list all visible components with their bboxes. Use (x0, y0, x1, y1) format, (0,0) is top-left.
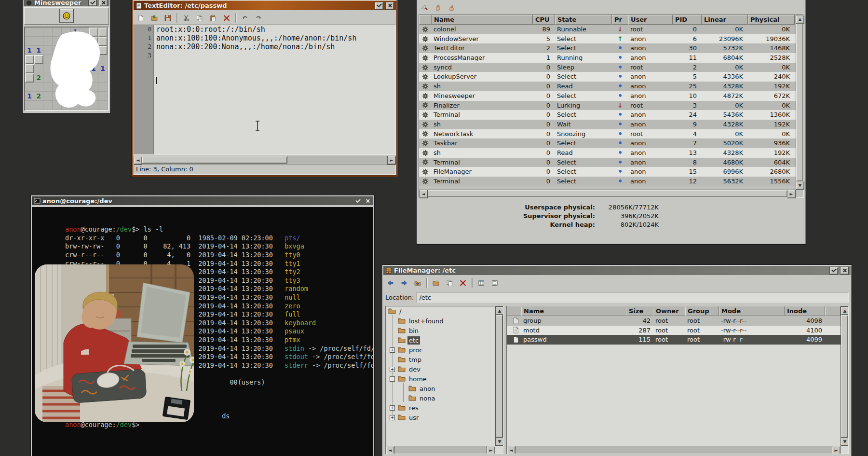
tree-item[interactable]: dev (386, 364, 495, 374)
delete-button[interactable] (457, 277, 469, 289)
undo-button[interactable] (239, 12, 251, 24)
process-row[interactable]: FileManager 0 Select anon 15 6996K 2680K (419, 167, 796, 177)
tree-item[interactable]: usr (386, 413, 495, 422)
process-row[interactable]: Taskbar 0 Select anon 7 5020K 936K (419, 138, 796, 148)
mine-cell[interactable]: 1 (25, 92, 34, 101)
column-header-name[interactable]: Name (521, 306, 626, 316)
tree-horizontal-scrollbar[interactable] (386, 446, 495, 454)
minimize-button[interactable] (375, 2, 383, 10)
scrollbar-thumb[interactable] (142, 156, 287, 164)
mine-cell[interactable]: 1 (25, 46, 34, 55)
scroll-right-icon[interactable] (787, 190, 796, 198)
column-header-state[interactable]: State (555, 15, 612, 25)
smiley-face-button[interactable] (59, 9, 74, 23)
scroll-right-icon[interactable] (487, 446, 495, 454)
file-manager-titlebar[interactable]: FileManager: /etc (383, 266, 851, 275)
process-row[interactable]: Terminal 0 Select anon 8 4680K 604K (419, 158, 796, 167)
close-button[interactable] (99, 0, 108, 6)
tree-expander-icon[interactable] (390, 415, 395, 420)
column-header-group[interactable]: Group (685, 306, 719, 316)
scrollbar-thumb[interactable] (427, 190, 787, 197)
minimize-button[interactable] (829, 267, 838, 275)
table-view-button[interactable] (475, 277, 488, 289)
process-row[interactable]: ProcessManager 1 Running anon 11 6804K 2… (419, 53, 796, 63)
scrollbar-thumb[interactable] (495, 315, 503, 438)
scroll-left-icon[interactable] (134, 156, 142, 165)
delete-button[interactable] (220, 12, 233, 24)
text-editor-titlebar[interactable]: TextEditor: /etc/passwd (134, 1, 396, 10)
process-row[interactable]: Finalizer 0 Lurking root 3 0K 0K (419, 101, 796, 111)
file-row[interactable]: passwd 115 root root -rw-r--r-- 4099 (507, 335, 841, 345)
column-header-cpu[interactable]: CPU (533, 15, 555, 25)
tree-expander-icon[interactable] (390, 376, 395, 382)
file-row[interactable]: group 42 root root -rw-r--r-- 4098 (507, 316, 841, 326)
process-row[interactable]: sh 0 Wait anon 9 4328K 192K (419, 120, 796, 129)
tree-item[interactable]: nona (386, 393, 495, 403)
paste-button[interactable] (207, 12, 219, 24)
tree-expander-icon[interactable] (390, 405, 395, 411)
back-button[interactable] (384, 277, 397, 289)
copy-button[interactable] (443, 277, 456, 289)
process-row[interactable]: NetworkTask 0 Snoozing root 4 0K 0K (419, 129, 796, 139)
column-header-physical[interactable]: Physical (748, 15, 795, 25)
text-editor-area[interactable]: 0 root:x:0:0:root:/:/bin/sh 1 anon:x:100… (134, 25, 396, 155)
process-row[interactable]: colonel 89 Runnable root 0 0K 0K (419, 25, 796, 34)
mine-cell[interactable] (25, 28, 34, 37)
tree-item[interactable]: tmp (386, 355, 495, 364)
terminal-titlebar[interactable]: anon@courage:/dev (32, 196, 373, 205)
redo-button[interactable] (252, 12, 265, 24)
scrollbar-thumb[interactable] (841, 315, 848, 438)
tree-item[interactable]: / (386, 306, 495, 316)
tree-item[interactable]: proc (386, 345, 495, 355)
scroll-right-icon[interactable] (387, 156, 396, 165)
column-header-inode[interactable]: Inode (785, 306, 825, 316)
scroll-down-icon[interactable] (841, 437, 849, 446)
tree-item[interactable]: res (386, 403, 495, 413)
scrollbar-thumb[interactable] (796, 23, 803, 181)
column-header-user[interactable]: User (628, 15, 673, 25)
close-button[interactable] (840, 267, 849, 275)
scroll-left-icon[interactable] (386, 446, 394, 454)
close-button[interactable] (385, 2, 394, 10)
scroll-up-icon[interactable] (796, 15, 804, 24)
scroll-up-icon[interactable] (495, 306, 503, 315)
new-directory-button[interactable] (430, 277, 442, 289)
tree-expander-icon[interactable] (390, 367, 395, 372)
files-vertical-scrollbar[interactable] (841, 306, 848, 446)
continue-process-button[interactable] (446, 2, 458, 14)
column-header-name[interactable]: Name (432, 15, 533, 25)
tree-item[interactable]: lost+found (386, 316, 495, 326)
file-row[interactable]: motd 287 root root -rw-r--r-- 4100 (507, 326, 841, 335)
mine-cell[interactable] (25, 73, 34, 83)
column-header-linear[interactable]: Linear (702, 15, 748, 25)
scroll-right-icon[interactable] (832, 446, 841, 454)
location-input[interactable] (417, 292, 849, 303)
process-vertical-scrollbar[interactable] (796, 15, 803, 190)
process-row[interactable]: syncd 0 Sleep root 2 0K 0K (419, 63, 796, 72)
process-row[interactable]: LookupServer 0 Select anon 5 4336K 240K (419, 72, 796, 82)
list-view-button[interactable] (488, 277, 501, 289)
parent-directory-button[interactable] (411, 277, 424, 289)
files-horizontal-scrollbar[interactable] (507, 446, 841, 454)
column-header-mode[interactable]: Mode (719, 306, 785, 316)
column-header-owner[interactable]: Owner (653, 306, 685, 316)
copy-button[interactable] (193, 12, 206, 24)
scroll-down-icon[interactable] (495, 437, 503, 446)
minimize-button[interactable] (354, 197, 362, 204)
column-header-pid[interactable]: PID (673, 15, 702, 25)
directory-tree-pane[interactable]: / lost+found bin etc (385, 306, 503, 454)
tree-item[interactable]: anon (386, 384, 495, 393)
process-row[interactable]: sh 0 Read anon 25 4328K 192K (419, 82, 796, 91)
mine-cell[interactable] (25, 101, 34, 110)
mine-cell[interactable] (25, 55, 34, 64)
scroll-up-icon[interactable] (841, 306, 849, 315)
mine-cell[interactable] (25, 37, 34, 46)
stop-process-button[interactable] (432, 2, 445, 14)
open-file-button[interactable] (148, 12, 161, 24)
close-button[interactable] (364, 197, 371, 204)
cut-button[interactable] (180, 12, 192, 24)
process-row[interactable]: Minesweeper 0 Select anon 10 4872K 672K (419, 91, 796, 101)
forward-button[interactable] (398, 277, 410, 289)
editor-horizontal-scrollbar[interactable] (134, 156, 396, 164)
tree-item[interactable]: home (386, 374, 495, 384)
